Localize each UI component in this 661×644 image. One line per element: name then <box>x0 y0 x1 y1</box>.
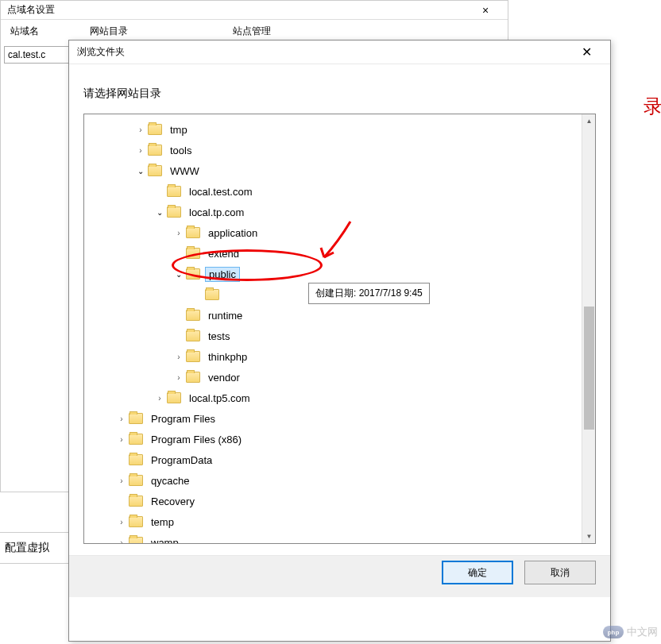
tree-item-label[interactable]: wamp <box>148 536 182 544</box>
folder-icon <box>129 413 143 424</box>
folder-icon <box>186 351 200 362</box>
folder-icon <box>167 392 181 403</box>
tree-item-label[interactable]: temp <box>148 515 177 529</box>
folder-icon <box>186 310 200 321</box>
chevron-right-icon[interactable]: › <box>135 124 146 135</box>
chevron-down-icon[interactable]: ⌄ <box>135 165 146 176</box>
scroll-up-icon[interactable]: ▲ <box>582 114 596 128</box>
tree-item-label[interactable]: Recovery <box>148 495 198 508</box>
folder-icon <box>205 289 219 300</box>
folder-icon <box>129 454 143 465</box>
folder-icon <box>167 186 181 197</box>
scrollbar-thumb[interactable] <box>584 307 594 430</box>
chevron-right-icon[interactable]: › <box>135 145 146 156</box>
chevron-right-icon[interactable]: › <box>116 537 127 543</box>
tree-item-label[interactable]: local.tp5.com <box>186 391 253 405</box>
tree-item-label[interactable]: extend <box>205 247 242 260</box>
tree-item[interactable]: ›tmp <box>89 119 576 140</box>
tree-item-label[interactable]: ProgramData <box>148 453 215 467</box>
browse-title: 浏览文件夹 <box>77 45 125 59</box>
close-icon[interactable]: × <box>470 4 501 17</box>
chevron-right-icon[interactable]: › <box>173 372 184 383</box>
tree-item-label[interactable]: qycache <box>148 474 192 488</box>
scrollbar[interactable]: ▲ ▼ <box>582 114 595 543</box>
col-domain: 站域名 <box>7 23 71 40</box>
tree-item[interactable]: runtime <box>89 305 576 326</box>
tree-item[interactable]: ProgramData <box>89 449 576 470</box>
tree-item-label[interactable]: Program Files <box>148 412 218 426</box>
folder-icon <box>129 516 143 527</box>
expander-spacer <box>173 330 184 341</box>
folder-icon <box>148 165 162 176</box>
folder-icon <box>186 248 200 259</box>
tree-item[interactable]: local.test.com <box>89 181 576 202</box>
ok-button[interactable]: 确定 <box>442 561 513 584</box>
bg-bottom-label: 配置虚拟 <box>0 532 68 564</box>
chevron-right-icon[interactable]: › <box>173 227 184 238</box>
tree-item-label[interactable]: local.tp.com <box>186 206 247 219</box>
dialog-buttons: 确定 取消 <box>69 555 610 597</box>
col-dir: 网站目录 <box>87 23 166 40</box>
chevron-right-icon[interactable]: › <box>154 392 165 403</box>
folder-icon <box>186 372 200 383</box>
tree-item-label[interactable] <box>224 294 230 295</box>
tree-item[interactable]: Recovery <box>89 491 576 511</box>
tree-item[interactable]: ›wamp <box>89 532 576 543</box>
folder-icon <box>186 268 200 280</box>
folder-icon <box>129 537 143 543</box>
tree-item[interactable]: extend <box>89 243 576 264</box>
folder-icon <box>148 145 162 156</box>
tree-item[interactable]: ›local.tp5.com <box>89 388 576 408</box>
tree-item[interactable]: ›vendor <box>89 367 576 388</box>
browse-prompt: 请选择网站目录 <box>69 64 610 114</box>
tree-item-label[interactable]: tests <box>205 330 233 343</box>
folder-icon <box>167 206 181 218</box>
cancel-button[interactable]: 取消 <box>524 561 596 584</box>
tree-item[interactable]: ›Program Files (x86) <box>89 429 576 449</box>
tree-item[interactable]: ⌄public <box>89 264 576 284</box>
tree-item-label[interactable]: public <box>205 267 240 282</box>
expander-spacer <box>116 496 127 507</box>
chevron-right-icon[interactable]: › <box>116 434 127 445</box>
bg-titlebar: 点域名设置 × <box>1 1 508 20</box>
tree-item[interactable]: ›qycache <box>89 470 576 491</box>
tree-item[interactable]: tests <box>89 326 576 346</box>
folder-icon <box>186 330 200 341</box>
tree-item[interactable]: ›temp <box>89 511 576 532</box>
tree-item-label[interactable]: runtime <box>205 309 245 322</box>
tree-item-label[interactable]: tools <box>167 144 195 157</box>
tree-item[interactable]: ⌄local.tp.com <box>89 202 576 222</box>
tree-item-label[interactable]: Program Files (x86) <box>148 433 245 446</box>
chevron-right-icon[interactable]: › <box>116 413 127 424</box>
chevron-right-icon[interactable]: › <box>173 351 184 362</box>
tree-item-label[interactable]: application <box>205 226 261 240</box>
folder-tree[interactable]: ›tmp›tools⌄WWWlocal.test.com⌄local.tp.co… <box>84 114 581 543</box>
tree-item-label[interactable]: tmp <box>167 123 191 137</box>
chevron-right-icon[interactable]: › <box>116 475 127 486</box>
tree-item[interactable]: ›tools <box>89 140 576 160</box>
tree-item[interactable]: ›application <box>89 222 576 243</box>
col-site: 站点管理 <box>230 23 274 40</box>
tree-item-label[interactable]: vendor <box>205 371 243 384</box>
tree-item[interactable]: ›Program Files <box>89 408 576 429</box>
scroll-down-icon[interactable]: ▼ <box>582 530 596 543</box>
chevron-right-icon[interactable]: › <box>116 516 127 527</box>
close-icon[interactable]: ✕ <box>570 41 602 64</box>
expander-spacer <box>173 248 184 259</box>
tree-scroll: ›tmp›tools⌄WWWlocal.test.com⌄local.tp.co… <box>84 114 581 543</box>
tree-item[interactable]: ⌄WWW <box>89 160 576 181</box>
tree-item[interactable]: ›thinkphp <box>89 346 576 367</box>
chevron-down-icon[interactable]: ⌄ <box>173 268 184 280</box>
tree-item-label[interactable]: thinkphp <box>205 350 250 364</box>
folder-tree-container: ›tmp›tools⌄WWWlocal.test.com⌄local.tp.co… <box>83 114 596 544</box>
tree-item-label[interactable]: WWW <box>167 164 203 178</box>
folder-icon <box>148 124 162 135</box>
domain-input[interactable] <box>4 46 69 64</box>
chevron-down-icon[interactable]: ⌄ <box>154 206 165 218</box>
php-logo-icon: php <box>603 626 624 638</box>
tooltip: 创建日期: 2017/7/18 9:45 <box>308 283 430 304</box>
tree-item-label[interactable]: local.test.com <box>186 185 255 199</box>
red-text-fragment: 录 <box>644 94 661 119</box>
expander-spacer <box>173 310 184 321</box>
watermark-text: 中文网 <box>627 625 658 639</box>
